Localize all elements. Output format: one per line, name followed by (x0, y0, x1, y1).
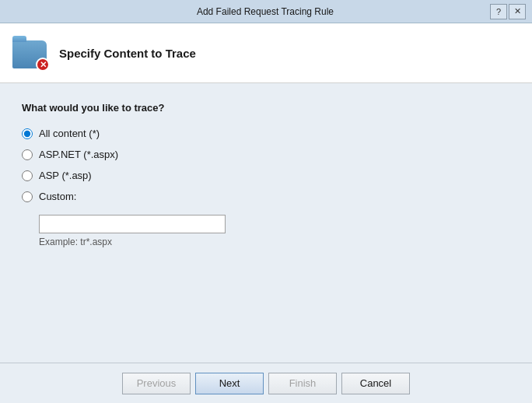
custom-example: Example: tr*.aspx (39, 237, 510, 247)
radio-group: All content (*) ASP.NET (*.aspx) ASP (*.… (22, 128, 510, 247)
dialog-header-title: Specify Content to Trace (59, 47, 196, 60)
custom-input[interactable] (39, 215, 226, 233)
radio-item-asp[interactable]: ASP (*.asp) (22, 170, 510, 181)
radio-aspnet[interactable] (22, 149, 33, 160)
radio-aspnet-label: ASP.NET (*.aspx) (39, 149, 118, 160)
radio-custom[interactable] (22, 191, 33, 202)
radio-asp[interactable] (22, 170, 33, 181)
radio-all-label: All content (*) (39, 128, 100, 139)
radio-item-aspnet[interactable]: ASP.NET (*.aspx) (22, 149, 510, 160)
section-question: What would you like to trace? (22, 102, 510, 114)
header-icon: ✕ (12, 34, 50, 72)
close-button[interactable]: ✕ (509, 4, 526, 19)
previous-button[interactable]: Previous (122, 373, 191, 394)
radio-custom-label: Custom: (39, 191, 76, 202)
dialog-header: ✕ Specify Content to Trace (0, 23, 532, 83)
next-button[interactable]: Next (195, 373, 264, 394)
radio-all-content[interactable] (22, 128, 33, 139)
title-bar-text: Add Failed Request Tracing Rule (40, 6, 490, 17)
dialog-footer: Previous Next Finish Cancel (0, 363, 532, 403)
radio-asp-label: ASP (*.asp) (39, 170, 92, 181)
error-badge: ✕ (36, 58, 50, 72)
custom-section: Example: tr*.aspx (39, 215, 510, 247)
title-bar: Add Failed Request Tracing Rule ? ✕ (0, 0, 532, 23)
help-button[interactable]: ? (490, 4, 507, 19)
cancel-button[interactable]: Cancel (341, 373, 410, 394)
radio-item-all[interactable]: All content (*) (22, 128, 510, 139)
radio-item-custom[interactable]: Custom: (22, 191, 510, 202)
title-bar-buttons: ? ✕ (490, 4, 526, 19)
dialog-content: What would you like to trace? All conten… (0, 83, 532, 363)
finish-button[interactable]: Finish (268, 373, 337, 394)
